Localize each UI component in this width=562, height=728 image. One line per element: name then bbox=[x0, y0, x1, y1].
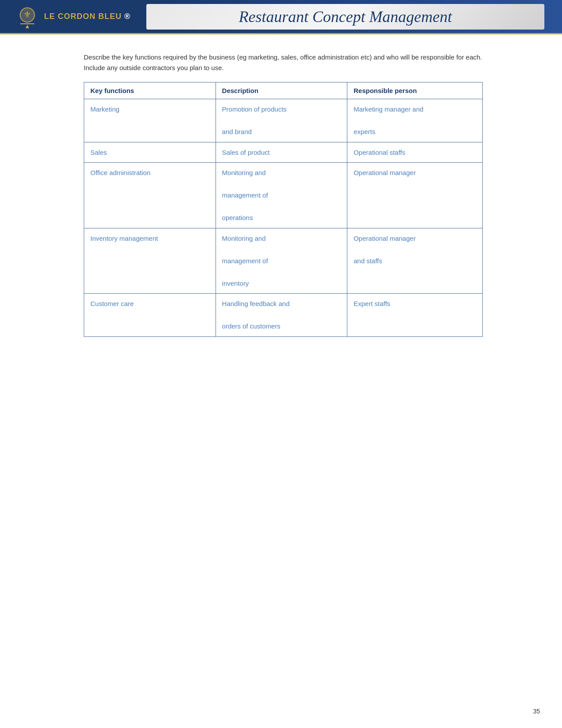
cell-description: Monitoring andmanagement ofinventory bbox=[216, 228, 347, 294]
cell-responsible: Expert staffs bbox=[347, 294, 483, 337]
table-row: Customer careHandling feedback andorders… bbox=[84, 294, 483, 337]
svg-marker-4 bbox=[26, 25, 29, 28]
logo-area: ⚜ LE CORDON BLEU ® bbox=[9, 0, 138, 33]
cell-description: Handling feedback andorders of customers bbox=[216, 294, 347, 337]
col-header-key-functions: Key functions bbox=[84, 82, 216, 99]
page-number: 35 bbox=[533, 708, 540, 715]
page-header: ⚜ LE CORDON BLEU ® Restaurant Concept Ma… bbox=[0, 0, 562, 34]
cell-responsible: Operational managerand staffs bbox=[347, 228, 483, 294]
header-title: Restaurant Concept Management bbox=[146, 4, 544, 30]
logo-emblem-icon: ⚜ bbox=[16, 5, 39, 28]
cell-responsible: Marketing manager andexperts bbox=[347, 99, 483, 142]
col-header-description: Description bbox=[216, 82, 347, 99]
brand-name: LE CORDON BLEU ® bbox=[44, 12, 130, 21]
svg-text:⚜: ⚜ bbox=[23, 10, 31, 19]
cell-key-function: Office administration bbox=[84, 163, 216, 228]
table-row: Inventory managementMonitoring andmanage… bbox=[84, 228, 483, 294]
table-row: MarketingPromotion of productsand brandM… bbox=[84, 99, 483, 142]
cell-key-function: Inventory management bbox=[84, 228, 216, 294]
cell-responsible: Operational staffs bbox=[347, 142, 483, 163]
header-title-area: Restaurant Concept Management bbox=[138, 4, 553, 30]
table-row: Office administrationMonitoring andmanag… bbox=[84, 163, 483, 228]
main-content: Describe the key functions required by t… bbox=[0, 34, 562, 355]
cell-key-function: Sales bbox=[84, 142, 216, 163]
intro-paragraph: Describe the key functions required by t… bbox=[84, 52, 483, 73]
col-header-responsible: Responsible person bbox=[347, 82, 483, 99]
cell-responsible: Operational manager bbox=[347, 163, 483, 228]
cell-description: Sales of product bbox=[216, 142, 347, 163]
cell-key-function: Marketing bbox=[84, 99, 216, 142]
cell-key-function: Customer care bbox=[84, 294, 216, 337]
key-functions-table: Key functions Description Responsible pe… bbox=[84, 82, 483, 337]
cell-description: Monitoring andmanagement ofoperations bbox=[216, 163, 347, 228]
cell-description: Promotion of productsand brand bbox=[216, 99, 347, 142]
table-header-row: Key functions Description Responsible pe… bbox=[84, 82, 483, 99]
table-row: SalesSales of productOperational staffs bbox=[84, 142, 483, 163]
